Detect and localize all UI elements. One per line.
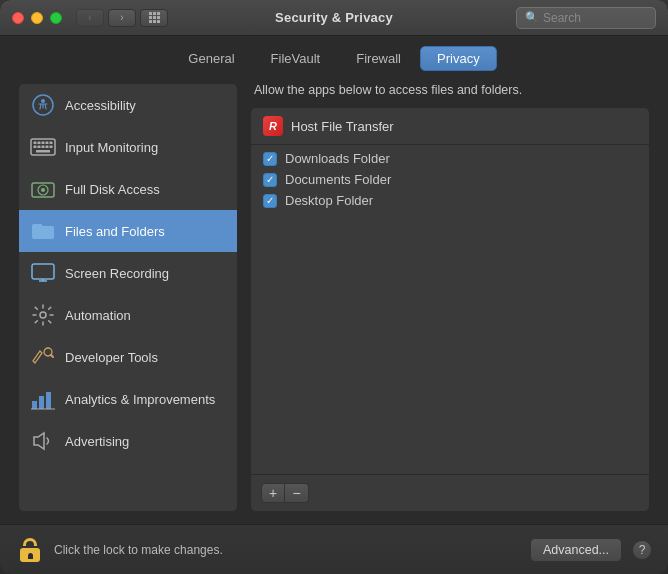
tab-firewall[interactable]: Firewall [339, 46, 418, 71]
grid-button[interactable] [140, 9, 168, 27]
sidebar-label-input-monitoring: Input Monitoring [65, 140, 158, 155]
sidebar-item-advertising[interactable]: Advertising [19, 420, 237, 462]
checkmark-icon: ✓ [266, 175, 274, 185]
folder-icon [29, 217, 57, 245]
accessibility-icon [29, 91, 57, 119]
app-icon: R [263, 116, 283, 136]
checkbox-label-documents: Documents Folder [285, 172, 391, 187]
checkmark-icon: ✓ [266, 196, 274, 206]
sidebar-item-developer-tools[interactable]: Developer Tools [19, 336, 237, 378]
svg-rect-7 [50, 142, 53, 145]
panel-description: Allow the apps below to access files and… [250, 83, 650, 97]
sidebar-label-developer-tools: Developer Tools [65, 350, 158, 365]
minimize-button[interactable] [31, 12, 43, 24]
app-list-items: ✓ Downloads Folder ✓ Documents Folder ✓ [251, 145, 649, 214]
nav-buttons: ‹ › [76, 9, 136, 27]
keyboard-icon [29, 133, 57, 161]
svg-rect-8 [34, 146, 37, 149]
sidebar-item-accessibility[interactable]: Accessibility [19, 84, 237, 126]
checkbox-label-desktop: Desktop Folder [285, 193, 373, 208]
content-bottom-spacing [0, 512, 668, 524]
advanced-button[interactable]: Advanced... [530, 538, 622, 562]
gear-icon [29, 301, 57, 329]
disk-icon [29, 175, 57, 203]
app-list-container: R Host File Transfer ✓ Downloads Folder … [250, 107, 650, 512]
maximize-button[interactable] [50, 12, 62, 24]
sidebar: Accessibility [18, 83, 238, 512]
analytics-icon [29, 385, 57, 413]
sidebar-item-screen-recording[interactable]: Screen Recording [19, 252, 237, 294]
app-list-header: R Host File Transfer [251, 108, 649, 145]
main-window: ‹ › Security & Privacy 🔍 Search General … [0, 0, 668, 574]
svg-rect-13 [36, 150, 50, 153]
sidebar-label-full-disk-access: Full Disk Access [65, 182, 160, 197]
tab-filevault[interactable]: FileVault [254, 46, 338, 71]
lock-icon[interactable] [16, 534, 44, 566]
sidebar-item-analytics-improvements[interactable]: Analytics & Improvements [19, 378, 237, 420]
bottom-bar: Click the lock to make changes. Advanced… [0, 524, 668, 574]
tab-general[interactable]: General [171, 46, 251, 71]
list-controls: + − [251, 474, 649, 511]
svg-rect-6 [46, 142, 49, 145]
forward-button[interactable]: › [108, 9, 136, 27]
sidebar-label-screen-recording: Screen Recording [65, 266, 169, 281]
checkbox-item-downloads: ✓ Downloads Folder [263, 151, 637, 166]
lock-keyhole [28, 553, 33, 559]
advertising-icon [29, 427, 57, 455]
svg-rect-10 [42, 146, 45, 149]
checkbox-item-desktop: ✓ Desktop Folder [263, 193, 637, 208]
remove-button[interactable]: − [285, 483, 309, 503]
svg-rect-12 [50, 146, 53, 149]
tab-bar: General FileVault Firewall Privacy [0, 36, 668, 71]
traffic-lights [12, 12, 62, 24]
checkmark-icon: ✓ [266, 154, 274, 164]
sidebar-label-automation: Automation [65, 308, 131, 323]
lock-shackle [23, 538, 37, 546]
svg-line-22 [51, 355, 53, 357]
svg-rect-9 [38, 146, 41, 149]
svg-rect-24 [39, 396, 44, 409]
svg-rect-25 [46, 392, 51, 409]
svg-point-16 [41, 188, 45, 192]
svg-point-1 [41, 99, 45, 103]
search-placeholder: Search [543, 11, 581, 25]
search-bar[interactable]: 🔍 Search [516, 7, 656, 29]
title-bar: ‹ › Security & Privacy 🔍 Search [0, 0, 668, 36]
content-area: Accessibility [0, 71, 668, 512]
sidebar-item-full-disk-access[interactable]: Full Disk Access [19, 168, 237, 210]
lock-case [20, 548, 40, 562]
checkbox-downloads[interactable]: ✓ [263, 152, 277, 166]
svg-rect-17 [32, 264, 54, 279]
sidebar-label-accessibility: Accessibility [65, 98, 136, 113]
checkbox-label-downloads: Downloads Folder [285, 151, 390, 166]
help-button[interactable]: ? [632, 540, 652, 560]
search-icon: 🔍 [525, 11, 539, 24]
checkbox-desktop[interactable]: ✓ [263, 194, 277, 208]
grid-icon [149, 12, 160, 23]
app-name: Host File Transfer [291, 119, 394, 134]
sidebar-item-automation[interactable]: Automation [19, 294, 237, 336]
svg-rect-3 [34, 142, 37, 145]
sidebar-label-advertising: Advertising [65, 434, 129, 449]
back-button[interactable]: ‹ [76, 9, 104, 27]
svg-rect-23 [32, 401, 37, 409]
sidebar-label-files-and-folders: Files and Folders [65, 224, 165, 239]
svg-rect-5 [42, 142, 45, 145]
checkbox-item-documents: ✓ Documents Folder [263, 172, 637, 187]
screen-icon [29, 259, 57, 287]
window-title: Security & Privacy [275, 10, 393, 25]
lock-label: Click the lock to make changes. [54, 543, 520, 557]
svg-point-20 [40, 312, 46, 318]
sidebar-item-files-and-folders[interactable]: Files and Folders [19, 210, 237, 252]
tab-privacy[interactable]: Privacy [420, 46, 497, 71]
add-button[interactable]: + [261, 483, 285, 503]
main-panel: Allow the apps below to access files and… [250, 83, 650, 512]
checkbox-documents[interactable]: ✓ [263, 173, 277, 187]
close-button[interactable] [12, 12, 24, 24]
sidebar-item-input-monitoring[interactable]: Input Monitoring [19, 126, 237, 168]
svg-rect-4 [38, 142, 41, 145]
tools-icon [29, 343, 57, 371]
svg-rect-11 [46, 146, 49, 149]
sidebar-label-analytics-improvements: Analytics & Improvements [65, 392, 215, 407]
